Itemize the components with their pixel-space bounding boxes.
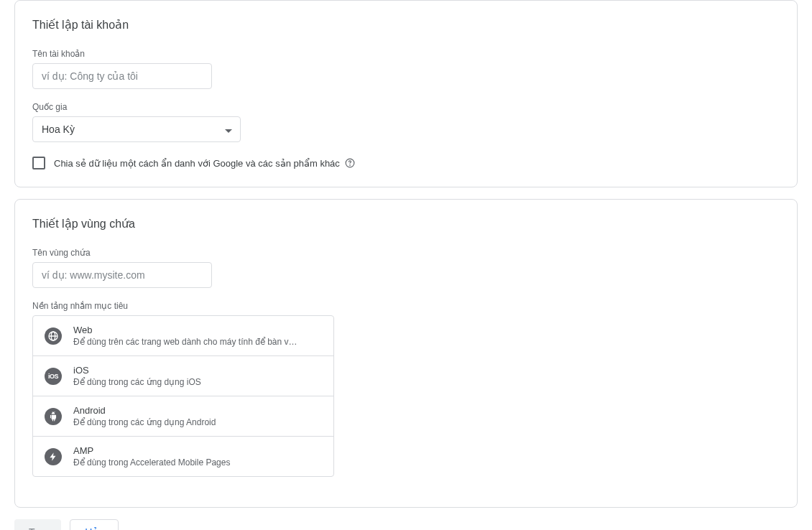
container-name-label: Tên vùng chứa <box>32 248 780 258</box>
ios-icon: iOS <box>45 368 62 385</box>
actions-row: Tạo Hủy <box>14 519 798 530</box>
platform-title: Web <box>73 325 297 335</box>
platform-list: Web Để dùng trên các trang web dành cho … <box>32 315 334 477</box>
platform-item-android[interactable]: Android Để dùng trong các ứng dụng Andro… <box>33 396 333 437</box>
android-icon <box>45 408 62 425</box>
account-setup-title: Thiết lập tài khoản <box>32 18 780 32</box>
platform-desc: Để dùng trong các ứng dụng iOS <box>73 377 201 387</box>
help-icon[interactable] <box>344 157 356 169</box>
cancel-button[interactable]: Hủy <box>70 519 119 530</box>
platform-desc: Để dùng trong các ứng dụng Android <box>73 417 216 427</box>
share-data-checkbox[interactable] <box>32 157 45 169</box>
container-setup-card: Thiết lập vùng chứa Tên vùng chứa Nền tả… <box>14 199 798 508</box>
account-setup-card: Thiết lập tài khoản Tên tài khoản Quốc g… <box>14 0 798 187</box>
container-name-input[interactable] <box>32 262 212 288</box>
platform-item-web[interactable]: Web Để dùng trên các trang web dành cho … <box>33 316 333 356</box>
country-label: Quốc gia <box>32 102 780 112</box>
share-data-label: Chia sẻ dữ liệu một cách ẩn danh với Goo… <box>54 158 340 169</box>
svg-point-1 <box>350 165 351 166</box>
web-icon <box>45 327 62 345</box>
country-select[interactable]: Hoa Kỳ <box>32 116 241 142</box>
platform-title: AMP <box>73 445 230 456</box>
amp-icon <box>45 448 62 465</box>
country-field: Quốc gia Hoa Kỳ <box>32 102 780 142</box>
platform-label: Nền tảng nhắm mục tiêu <box>32 301 780 311</box>
create-button[interactable]: Tạo <box>14 519 61 530</box>
platform-item-ios[interactable]: iOS iOS Để dùng trong các ứng dụng iOS <box>33 356 333 396</box>
container-name-field: Tên vùng chứa <box>32 248 780 288</box>
platform-title: Android <box>73 405 216 416</box>
share-data-row: Chia sẻ dữ liệu một cách ẩn danh với Goo… <box>32 157 780 169</box>
account-name-label: Tên tài khoản <box>32 49 780 59</box>
account-name-field: Tên tài khoản <box>32 49 780 89</box>
container-setup-title: Thiết lập vùng chứa <box>32 217 780 231</box>
platform-field: Nền tảng nhắm mục tiêu Web Để dùng trên … <box>32 301 780 477</box>
platform-desc: Để dùng trên các trang web dành cho máy … <box>73 337 297 347</box>
platform-desc: Để dùng trong Accelerated Mobile Pages <box>73 457 230 468</box>
share-data-label-wrapper: Chia sẻ dữ liệu một cách ẩn danh với Goo… <box>54 157 356 169</box>
platform-item-amp[interactable]: AMP Để dùng trong Accelerated Mobile Pag… <box>33 437 333 476</box>
account-name-input[interactable] <box>32 63 212 89</box>
platform-title: iOS <box>73 365 201 376</box>
